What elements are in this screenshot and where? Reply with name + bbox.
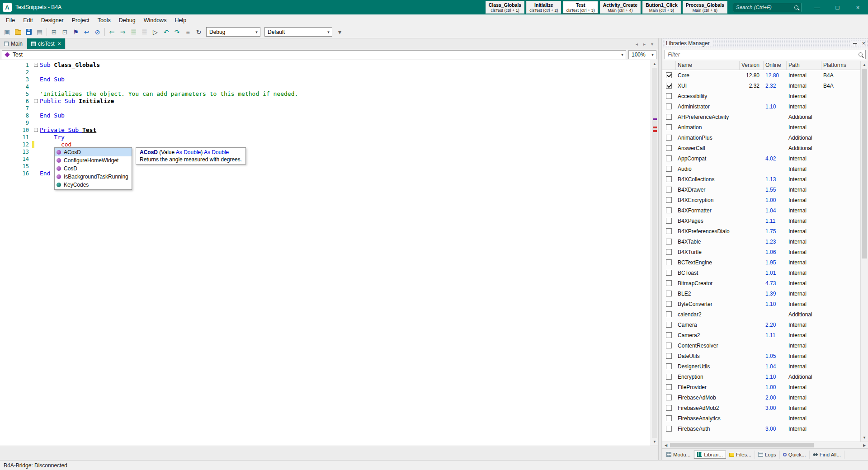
autocomplete-item-acosd[interactable]: ACosD (55, 148, 132, 156)
bookmark-icon[interactable]: ⚑ (71, 27, 81, 37)
panel-tab-librari[interactable]: Librari... (694, 451, 726, 459)
line-number-9[interactable]: 9 (0, 119, 32, 127)
search-input[interactable]: Search (Ctrl+F) (733, 3, 802, 12)
chevron-down-icon[interactable]: ▾ (649, 52, 656, 57)
quickjump-process-globals-button[interactable]: Process_GlobalsMain (ctrl + 6) (683, 1, 727, 14)
scroll-tabs-left-button[interactable]: ◂ (633, 42, 640, 47)
close-icon[interactable]: × (58, 41, 61, 47)
library-checkbox[interactable] (666, 395, 672, 400)
library-row-appcompat[interactable]: AppCompat4.02Internal (662, 153, 868, 164)
code-line-10[interactable]: 10Private Sub Test (0, 127, 651, 134)
scroll-up-button[interactable]: ▲ (861, 61, 868, 69)
library-row-firebaseanalytics[interactable]: FirebaseAnalyticsInternal (662, 413, 868, 423)
library-row-camera[interactable]: Camera2.20Internal (662, 320, 868, 330)
library-row-bctextengine[interactable]: BCTextEngine1.95Internal (662, 257, 868, 268)
library-row-b4xencryption[interactable]: B4XEncryption1.00Internal (662, 195, 868, 205)
fold-toggle-icon[interactable] (34, 128, 38, 132)
line-number-15[interactable]: 15 (0, 163, 32, 170)
pin-icon[interactable] (853, 43, 857, 44)
line-number-16[interactable]: 16 (0, 170, 32, 177)
scroll-left-button[interactable]: ◀ (662, 442, 670, 448)
code-line-6[interactable]: 6Public Sub Initialize (0, 98, 651, 105)
panel-tab-quick[interactable]: Quick... (780, 451, 810, 459)
library-checkbox[interactable] (666, 259, 672, 265)
panel-tab-find-all[interactable]: Find All... (810, 451, 844, 459)
library-row-firebaseauth[interactable]: FirebaseAuth3.00Internal (662, 423, 868, 434)
build-mode-combo[interactable]: Debug▾ (206, 27, 260, 37)
autocomplete-item-isbackgroundtaskrunning[interactable]: IsBackgroundTaskRunning (55, 173, 132, 181)
panel-tab-logs[interactable]: Logs (755, 451, 780, 459)
tab-main[interactable]: Main (0, 38, 27, 49)
library-checkbox[interactable] (666, 301, 672, 307)
modules-icon[interactable]: ⊡ (60, 27, 70, 37)
line-number-5[interactable]: 5 (0, 90, 32, 98)
breakpoint-icon[interactable]: ⊘ (92, 27, 103, 37)
autocomplete-item-keycodes[interactable]: KeyCodes (55, 181, 132, 189)
menu-project[interactable]: Project (68, 15, 94, 25)
whitespace-icon[interactable]: ≡ (183, 27, 193, 37)
column-header-path[interactable]: Path (787, 61, 821, 70)
code-editor[interactable]: 1Sub Class_Globals23End Sub45'Initialize… (0, 60, 658, 446)
library-row-fileprovider[interactable]: FileProvider1.00Internal (662, 382, 868, 392)
column-header-platforms[interactable]: Platforms (821, 61, 860, 70)
quickjump-button1-click-button[interactable]: Button1_ClickMain (ctrl + 5) (642, 1, 681, 14)
rebuild-icon[interactable]: ↻ (193, 27, 204, 37)
library-checkbox[interactable] (666, 197, 672, 203)
library-checkbox[interactable] (666, 280, 672, 286)
library-checkbox[interactable] (666, 124, 672, 130)
library-checkbox[interactable] (666, 83, 672, 89)
column-header-version[interactable]: Version (740, 61, 764, 70)
line-number-14[interactable]: 14 (0, 155, 32, 163)
library-row-encryption[interactable]: Encryption1.10Additional (662, 371, 868, 382)
code-line-11[interactable]: 11 Try (0, 134, 651, 141)
code-line-9[interactable]: 9 (0, 119, 651, 127)
line-number-13[interactable]: 13 (0, 148, 32, 155)
library-checkbox[interactable] (666, 384, 672, 390)
library-row-designerutils[interactable]: DesignerUtils1.04Internal (662, 361, 868, 371)
jump-forward-icon[interactable]: ↷ (172, 27, 182, 37)
libraries-vertical-scrollbar[interactable]: ▲ ▼ (860, 61, 868, 442)
library-checkbox[interactable] (666, 103, 672, 109)
libraries-horizontal-scrollbar[interactable]: ◀ ▶ (662, 442, 868, 448)
line-number-3[interactable]: 3 (0, 76, 32, 83)
column-header-name[interactable]: Name (676, 61, 740, 70)
menu-tools[interactable]: Tools (94, 15, 115, 25)
code-line-3[interactable]: 3End Sub (0, 76, 651, 83)
code-line-4[interactable]: 4 (0, 83, 651, 90)
library-checkbox[interactable] (666, 415, 672, 421)
open-folder-icon[interactable] (13, 27, 23, 37)
menu-help[interactable]: Help (170, 15, 190, 25)
library-row-contentresolver[interactable]: ContentResolverInternal (662, 340, 868, 351)
library-row-b4xpreferencesdialo[interactable]: B4XPreferencesDialo1.75Internal (662, 226, 868, 236)
build-config-combo[interactable]: Default▾ (264, 27, 332, 37)
outdent-icon[interactable]: ⇐ (107, 27, 117, 37)
uncomment-icon[interactable]: ☰ (139, 27, 150, 37)
line-number-6[interactable]: 6 (0, 98, 32, 105)
library-checkbox[interactable] (666, 114, 672, 120)
library-row-b4xtable[interactable]: B4XTable1.23Internal (662, 236, 868, 247)
library-row-bitmapcreator[interactable]: BitmapCreator4.73Internal (662, 278, 868, 288)
library-checkbox[interactable] (666, 93, 672, 99)
code-line-7[interactable]: 7 (0, 105, 651, 112)
library-row-dateutils[interactable]: DateUtils1.05Internal (662, 351, 868, 361)
line-number-2[interactable]: 2 (0, 69, 32, 76)
quickjump-activity-create-button[interactable]: Activity_CreateMain (ctrl + 4) (600, 1, 641, 14)
autocomplete-item-configurehomewidget[interactable]: ConfigureHomeWidget (55, 156, 132, 164)
code-line-8[interactable]: 8End Sub (0, 112, 651, 119)
library-row-b4xdrawer[interactable]: B4XDrawer1.55Internal (662, 184, 868, 195)
line-number-8[interactable]: 8 (0, 112, 32, 119)
library-row-audio[interactable]: AudioInternal (662, 164, 868, 174)
indent-icon[interactable]: ⇒ (118, 27, 128, 37)
line-number-1[interactable]: 1 (0, 61, 32, 69)
library-checkbox[interactable] (666, 155, 672, 161)
close-button[interactable]: × (848, 0, 868, 14)
library-checkbox[interactable] (666, 374, 672, 380)
library-row-ahpreferenceactivity[interactable]: AHPreferenceActivityAdditional (662, 112, 868, 122)
library-row-accessibility[interactable]: AccessibilityInternal (662, 91, 868, 101)
library-row-firebaseadmob[interactable]: FirebaseAdMob2.00Internal (662, 392, 868, 403)
menu-edit[interactable]: Edit (19, 15, 37, 25)
library-row-animationplus[interactable]: AnimationPlusAdditional (662, 132, 868, 143)
quickjump-test-button[interactable]: TestclsTest (ctrl + 3) (563, 1, 598, 14)
library-row-b4xpages[interactable]: B4XPages1.11Internal (662, 216, 868, 226)
library-row-animation[interactable]: AnimationInternal (662, 122, 868, 132)
